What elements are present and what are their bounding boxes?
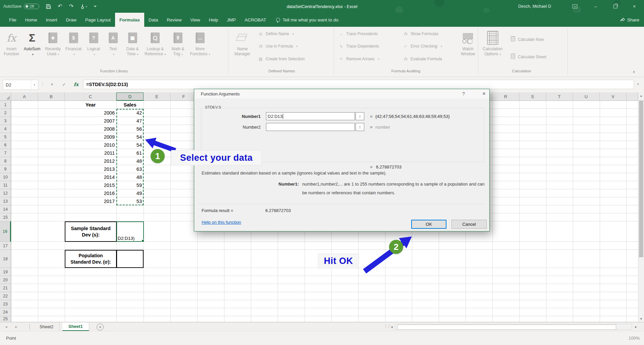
formula-input[interactable]: =STDEV.S(D2:D13) (83, 80, 634, 89)
error-checking-button[interactable]: ✓Error Checking▾ (402, 44, 442, 49)
ok-button[interactable]: OK (411, 220, 446, 229)
cancel-button[interactable]: Cancel (451, 220, 487, 229)
show-formulas-button[interactable]: fxShow Formulas (402, 31, 438, 36)
share-button[interactable]: Share (620, 13, 639, 27)
row-header-6[interactable]: 6 (0, 141, 11, 149)
column-header-d[interactable]: D (116, 92, 144, 101)
number1-input[interactable]: D2:D13 (266, 112, 355, 120)
ribbon-tab-review[interactable]: Review (162, 13, 186, 27)
row-header-17[interactable]: 17 (0, 242, 11, 250)
row-header-8[interactable]: 8 (0, 157, 11, 165)
year-cell[interactable]: 2014 (65, 173, 116, 181)
sheet-nav-left-icon[interactable]: ◄ (5, 323, 8, 331)
minimize-icon[interactable]: – (588, 0, 603, 13)
column-header-t[interactable]: T (546, 92, 573, 101)
column-header-r[interactable]: R (492, 92, 519, 101)
year-cell[interactable]: 2010 (65, 141, 116, 149)
scroll-up-icon[interactable]: ▲ (638, 92, 644, 99)
remove-arrows-button[interactable]: ×Remove Arrows▾ (338, 57, 379, 61)
column-header-s[interactable]: S (519, 92, 546, 101)
sales-header-cell[interactable]: Sales (116, 101, 144, 109)
year-header-cell[interactable]: Year (65, 101, 116, 109)
row-header-11[interactable]: 11 (0, 181, 11, 189)
formula-bar-expand-icon[interactable]: ▾ (637, 82, 639, 86)
year-cell[interactable]: 2017 (65, 197, 116, 205)
vertical-scrollbar[interactable]: ▲ ▼ (638, 92, 644, 322)
financial-button[interactable]: $Financial▾ (63, 29, 84, 57)
name-box[interactable]: D2 ▾ (3, 80, 38, 90)
row-header-20[interactable]: 20 (0, 276, 11, 284)
watch-window-button[interactable]: WatchWindow (458, 29, 478, 57)
row-header-16[interactable]: 16 (0, 221, 11, 242)
dialog-title-bar[interactable]: Function Arguments (194, 89, 489, 98)
row-header-24[interactable]: 24 (0, 308, 11, 316)
use-in-formula-button[interactable]: fxUse in Formula▾ (258, 44, 298, 49)
row-header-14[interactable]: 14 (0, 205, 11, 213)
column-header-v[interactable]: V (600, 92, 627, 101)
row-header-18[interactable]: 18 (0, 250, 11, 268)
row-header-21[interactable]: 21 (0, 284, 11, 292)
ribbon-tab-page-layout[interactable]: Page Layout (81, 13, 115, 27)
column-header-a[interactable]: A (11, 92, 38, 101)
column-header-u[interactable]: U (573, 92, 600, 101)
add-sheet-icon[interactable]: + (97, 324, 104, 331)
row-header-23[interactable]: 23 (0, 300, 11, 308)
calculate-sheet-button[interactable]: Calculate Sheet (510, 54, 546, 60)
ribbon-display-options-icon[interactable]: ▴ (567, 0, 583, 13)
enter-entry-icon[interactable]: ✓ (59, 80, 69, 89)
help-link[interactable]: Help on this function (202, 220, 241, 225)
touch-mode-icon[interactable]: ▾ (80, 4, 87, 9)
row-header-12[interactable]: 12 (0, 189, 11, 197)
cancel-entry-icon[interactable]: × (47, 80, 57, 89)
evaluate-formula-button[interactable]: fxEvaluate Formula (402, 57, 442, 61)
name-box-dropdown-icon[interactable]: ▾ (31, 80, 38, 89)
horizontal-scrollbar[interactable]: ◄ ► (388, 324, 639, 330)
population-stdev-value-cell[interactable] (116, 250, 144, 268)
more-functions-button[interactable]: …MoreFunctions▾ (188, 29, 213, 57)
ribbon-tab-insert[interactable]: Insert (42, 13, 62, 27)
row-header-1[interactable]: 1 (0, 101, 11, 109)
calculate-now-button[interactable]: Calculate Now (510, 36, 544, 43)
trace-precedents-button[interactable]: →Trace Precedents (338, 31, 378, 36)
number1-range-picker-icon[interactable]: ↑ (356, 112, 364, 120)
collapse-ribbon-icon[interactable]: ∧ (633, 70, 635, 74)
year-cell[interactable]: 2008 (65, 125, 116, 133)
math-trig-button[interactable]: θMath &Trig▾ (168, 29, 188, 57)
user-name[interactable]: Desch, Michael D (518, 0, 551, 13)
create-from-selection-button[interactable]: ▤Create from Selection (258, 57, 305, 61)
select-all-corner[interactable] (0, 92, 11, 101)
row-header-10[interactable]: 10 (0, 173, 11, 181)
column-header-b[interactable]: B (38, 92, 65, 101)
ribbon-tab-acrobat[interactable]: ACROBAT (240, 13, 270, 27)
year-cell[interactable]: 2016 (65, 189, 116, 197)
column-header-c[interactable]: C (65, 92, 116, 101)
redo-icon[interactable]: ↷ (69, 4, 73, 9)
close-icon[interactable]: × (627, 0, 642, 13)
hscroll-track[interactable] (395, 324, 632, 330)
horizontal-scrollbar-thumb[interactable] (397, 325, 616, 330)
date-time-button[interactable]: ▦Date &Time▾ (123, 29, 142, 57)
row-header-2[interactable]: 2 (0, 109, 11, 117)
sheet-tab-sheet1[interactable]: Sheet1 (62, 323, 89, 331)
year-cell[interactable]: 2006 (65, 109, 116, 117)
dialog-help-icon[interactable]: ? (459, 89, 469, 98)
ribbon-tab-jmp[interactable]: JMP (222, 13, 240, 27)
number2-input[interactable] (266, 123, 355, 131)
sheet-tab-sheet2[interactable]: Sheet2 (34, 323, 60, 331)
formula-bar-splitter[interactable]: ⋮ (40, 81, 45, 86)
text-button[interactable]: AText▾ (103, 29, 123, 57)
column-header-f[interactable]: F (170, 92, 197, 101)
row-header-7[interactable]: 7 (0, 149, 11, 157)
tell-me-box[interactable]: Tell me what you want to do (276, 13, 339, 27)
dialog-close-icon[interactable]: × (479, 89, 489, 98)
ribbon-tab-view[interactable]: View (186, 13, 204, 27)
row-header-13[interactable]: 13 (0, 197, 11, 205)
year-cell[interactable]: 2012 (65, 157, 116, 165)
insert-function-fx-icon[interactable]: fx (71, 80, 81, 89)
row-header-19[interactable]: 19 (0, 268, 11, 276)
ribbon-tab-data[interactable]: Data (144, 13, 163, 27)
restore-icon[interactable] (607, 0, 623, 13)
year-cell[interactable]: 2009 (65, 133, 116, 141)
ribbon-tab-home[interactable]: Home (21, 13, 42, 27)
recently-used-button[interactable]: ★RecentlyUsed▾ (43, 29, 63, 57)
